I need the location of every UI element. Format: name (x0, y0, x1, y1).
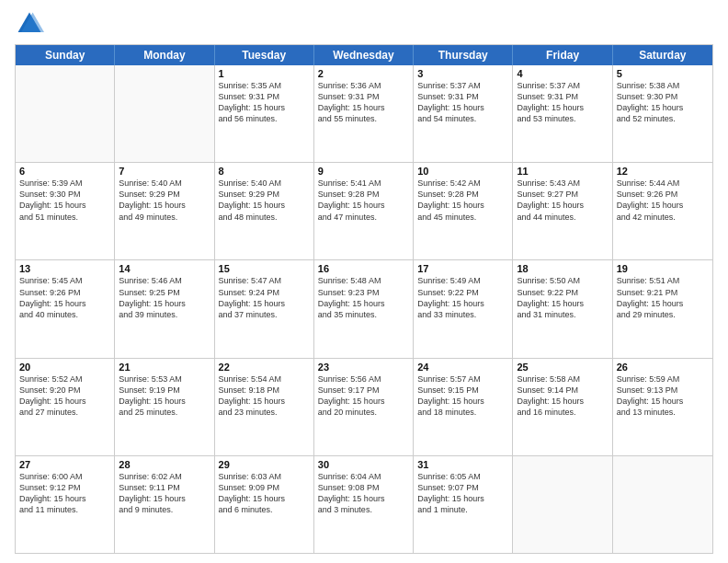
header-day-wednesday: Wednesday (314, 45, 414, 65)
day-info: Sunrise: 5:37 AMSunset: 9:31 PMDaylight:… (417, 80, 508, 125)
empty-cell (16, 65, 115, 162)
day-info: Sunrise: 6:04 AMSunset: 9:08 PMDaylight:… (318, 471, 409, 516)
day-info: Sunrise: 6:02 AMSunset: 9:11 PMDaylight:… (119, 471, 210, 516)
calendar-row-1: 6Sunrise: 5:39 AMSunset: 9:30 PMDaylight… (16, 163, 712, 260)
header-day-friday: Friday (513, 45, 612, 65)
day-cell-25: 25Sunrise: 5:58 AMSunset: 9:14 PMDayligh… (513, 359, 612, 455)
day-cell-4: 4Sunrise: 5:37 AMSunset: 9:31 PMDaylight… (513, 65, 612, 162)
day-info: Sunrise: 5:49 AMSunset: 9:22 PMDaylight:… (417, 275, 508, 320)
day-cell-2: 2Sunrise: 5:36 AMSunset: 9:31 PMDaylight… (314, 65, 414, 162)
day-info: Sunrise: 5:41 AMSunset: 9:28 PMDaylight:… (318, 178, 409, 223)
day-info: Sunrise: 5:47 AMSunset: 9:24 PMDaylight:… (219, 275, 310, 320)
calendar: SundayMondayTuesdayWednesdayThursdayFrid… (15, 44, 713, 554)
day-number: 10 (417, 166, 508, 177)
day-info: Sunrise: 5:40 AMSunset: 9:29 PMDaylight:… (119, 178, 210, 223)
day-info: Sunrise: 5:58 AMSunset: 9:14 PMDaylight:… (517, 373, 608, 419)
day-cell-30: 30Sunrise: 6:04 AMSunset: 9:08 PMDayligh… (314, 456, 414, 553)
day-cell-24: 24Sunrise: 5:57 AMSunset: 9:15 PMDayligh… (414, 359, 513, 455)
logo-icon (15, 9, 44, 39)
day-info: Sunrise: 5:57 AMSunset: 9:15 PMDaylight:… (417, 373, 508, 419)
day-cell-8: 8Sunrise: 5:40 AMSunset: 9:29 PMDaylight… (215, 163, 314, 259)
day-cell-18: 18Sunrise: 5:50 AMSunset: 9:22 PMDayligh… (513, 260, 612, 357)
calendar-row-3: 20Sunrise: 5:52 AMSunset: 9:20 PMDayligh… (16, 359, 712, 456)
day-cell-3: 3Sunrise: 5:37 AMSunset: 9:31 PMDaylight… (414, 65, 513, 162)
day-info: Sunrise: 5:50 AMSunset: 9:22 PMDaylight:… (517, 275, 608, 320)
day-info: Sunrise: 5:35 AMSunset: 9:31 PMDaylight:… (219, 80, 310, 125)
day-cell-21: 21Sunrise: 5:53 AMSunset: 9:19 PMDayligh… (115, 359, 214, 455)
day-info: Sunrise: 5:45 AMSunset: 9:26 PMDaylight:… (19, 275, 110, 320)
day-number: 17 (417, 263, 508, 274)
day-cell-9: 9Sunrise: 5:41 AMSunset: 9:28 PMDaylight… (314, 163, 414, 259)
header-day-saturday: Saturday (613, 45, 712, 65)
day-number: 28 (119, 459, 210, 470)
day-cell-14: 14Sunrise: 5:46 AMSunset: 9:25 PMDayligh… (115, 260, 214, 357)
day-number: 20 (19, 362, 110, 373)
header-day-monday: Monday (115, 45, 214, 65)
day-cell-31: 31Sunrise: 6:05 AMSunset: 9:07 PMDayligh… (414, 456, 513, 553)
day-number: 13 (19, 263, 110, 274)
day-info: Sunrise: 5:39 AMSunset: 9:30 PMDaylight:… (19, 178, 110, 223)
day-info: Sunrise: 5:46 AMSunset: 9:25 PMDaylight:… (119, 275, 210, 320)
empty-cell (513, 456, 612, 553)
calendar-header: SundayMondayTuesdayWednesdayThursdayFrid… (16, 45, 712, 65)
day-cell-22: 22Sunrise: 5:54 AMSunset: 9:18 PMDayligh… (215, 359, 314, 455)
day-number: 24 (417, 362, 508, 373)
day-cell-19: 19Sunrise: 5:51 AMSunset: 9:21 PMDayligh… (613, 260, 712, 357)
day-cell-11: 11Sunrise: 5:43 AMSunset: 9:27 PMDayligh… (513, 163, 612, 259)
empty-cell (115, 65, 214, 162)
day-number: 22 (219, 362, 310, 373)
day-cell-26: 26Sunrise: 5:59 AMSunset: 9:13 PMDayligh… (613, 359, 712, 455)
empty-cell (613, 456, 712, 553)
day-cell-16: 16Sunrise: 5:48 AMSunset: 9:23 PMDayligh… (314, 260, 414, 357)
day-info: Sunrise: 5:52 AMSunset: 9:20 PMDaylight:… (19, 373, 110, 419)
calendar-row-0: 1Sunrise: 5:35 AMSunset: 9:31 PMDaylight… (16, 65, 712, 163)
day-number: 31 (417, 459, 508, 470)
day-info: Sunrise: 5:38 AMSunset: 9:30 PMDaylight:… (617, 80, 709, 125)
day-number: 30 (318, 459, 409, 470)
day-info: Sunrise: 5:54 AMSunset: 9:18 PMDaylight:… (219, 373, 310, 419)
day-number: 8 (219, 166, 310, 177)
day-info: Sunrise: 5:59 AMSunset: 9:13 PMDaylight:… (617, 373, 709, 419)
day-number: 3 (417, 68, 508, 79)
day-number: 12 (617, 166, 709, 177)
day-cell-29: 29Sunrise: 6:03 AMSunset: 9:09 PMDayligh… (215, 456, 314, 553)
day-number: 2 (318, 68, 409, 79)
day-info: Sunrise: 5:44 AMSunset: 9:26 PMDaylight:… (617, 178, 709, 223)
day-cell-7: 7Sunrise: 5:40 AMSunset: 9:29 PMDaylight… (115, 163, 214, 259)
header (15, 9, 713, 39)
day-info: Sunrise: 5:56 AMSunset: 9:17 PMDaylight:… (318, 373, 409, 419)
day-cell-5: 5Sunrise: 5:38 AMSunset: 9:30 PMDaylight… (613, 65, 712, 162)
day-number: 4 (517, 68, 608, 79)
day-number: 14 (119, 263, 210, 274)
day-cell-6: 6Sunrise: 5:39 AMSunset: 9:30 PMDaylight… (16, 163, 115, 259)
day-cell-13: 13Sunrise: 5:45 AMSunset: 9:26 PMDayligh… (16, 260, 115, 357)
header-day-thursday: Thursday (414, 45, 513, 65)
day-number: 6 (19, 166, 110, 177)
day-info: Sunrise: 6:05 AMSunset: 9:07 PMDaylight:… (417, 471, 508, 516)
calendar-row-4: 27Sunrise: 6:00 AMSunset: 9:12 PMDayligh… (16, 456, 712, 553)
day-number: 11 (517, 166, 608, 177)
day-info: Sunrise: 5:48 AMSunset: 9:23 PMDaylight:… (318, 275, 409, 320)
day-number: 29 (219, 459, 310, 470)
day-info: Sunrise: 5:42 AMSunset: 9:28 PMDaylight:… (417, 178, 508, 223)
day-cell-12: 12Sunrise: 5:44 AMSunset: 9:26 PMDayligh… (613, 163, 712, 259)
logo (15, 9, 48, 39)
day-info: Sunrise: 5:36 AMSunset: 9:31 PMDaylight:… (318, 80, 409, 125)
day-number: 27 (19, 459, 110, 470)
day-info: Sunrise: 5:43 AMSunset: 9:27 PMDaylight:… (517, 178, 608, 223)
day-cell-17: 17Sunrise: 5:49 AMSunset: 9:22 PMDayligh… (414, 260, 513, 357)
calendar-body: 1Sunrise: 5:35 AMSunset: 9:31 PMDaylight… (16, 65, 712, 553)
day-number: 15 (219, 263, 310, 274)
day-number: 23 (318, 362, 409, 373)
day-number: 26 (617, 362, 709, 373)
day-cell-15: 15Sunrise: 5:47 AMSunset: 9:24 PMDayligh… (215, 260, 314, 357)
day-cell-28: 28Sunrise: 6:02 AMSunset: 9:11 PMDayligh… (115, 456, 214, 553)
day-cell-27: 27Sunrise: 6:00 AMSunset: 9:12 PMDayligh… (16, 456, 115, 553)
day-number: 9 (318, 166, 409, 177)
calendar-row-2: 13Sunrise: 5:45 AMSunset: 9:26 PMDayligh… (16, 260, 712, 358)
header-day-sunday: Sunday (16, 45, 115, 65)
day-info: Sunrise: 5:51 AMSunset: 9:21 PMDaylight:… (617, 275, 709, 320)
day-number: 1 (219, 68, 310, 79)
day-cell-23: 23Sunrise: 5:56 AMSunset: 9:17 PMDayligh… (314, 359, 414, 455)
day-cell-20: 20Sunrise: 5:52 AMSunset: 9:20 PMDayligh… (16, 359, 115, 455)
